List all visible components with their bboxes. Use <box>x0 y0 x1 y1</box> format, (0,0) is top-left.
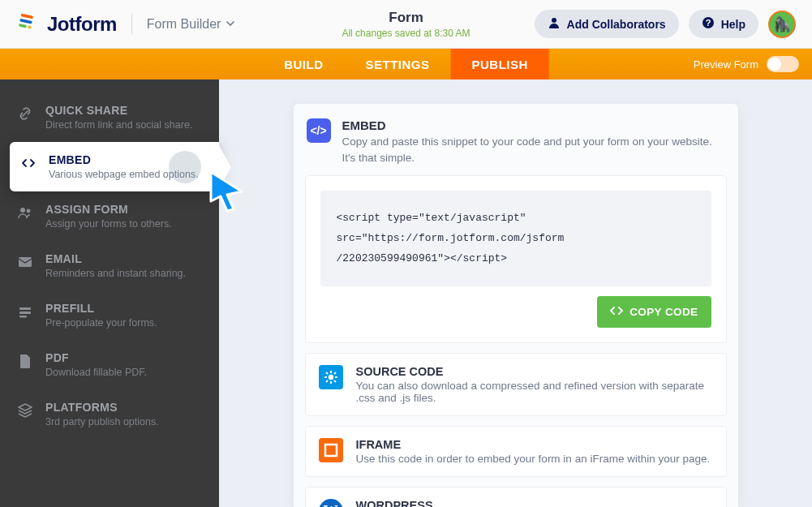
svg-rect-11 <box>19 312 31 314</box>
embed-code[interactable]: <script type="text/javascript" src="http… <box>320 191 711 286</box>
svg-rect-10 <box>19 307 31 310</box>
option-title: WORDPRESS <box>356 499 672 507</box>
toggle-knob <box>768 58 781 71</box>
form-title[interactable]: Form <box>342 10 470 26</box>
tab-publish[interactable]: PUBLISH <box>451 49 549 79</box>
sidebar-item-quick-share[interactable]: QUICK SHAREDirect form link and social s… <box>0 92 219 142</box>
top-bar: Jotform Form Builder Form All changes sa… <box>0 0 812 49</box>
option-source-code[interactable]: SOURCE CODEYou can also download a compr… <box>305 353 727 416</box>
link-icon <box>16 105 34 122</box>
svg-rect-2 <box>19 24 27 28</box>
sidebar-item-pdf[interactable]: PDFDownload fillable PDF. <box>0 340 219 389</box>
mail-icon <box>16 254 34 270</box>
sidebar-item-prefill[interactable]: PREFILLPre-populate your forms. <box>0 290 219 340</box>
sidebar-item-sub: 3rd party publish options. <box>45 416 159 428</box>
sidebar-item-assign-form[interactable]: ASSIGN FORMAssign your forms to others. <box>0 191 219 241</box>
option-sub: Use this code in order to embed your for… <box>356 453 711 465</box>
sidebar-item-title: QUICK SHARE <box>45 104 192 117</box>
code-icon: </> <box>307 118 331 143</box>
sidebar-item-title: PDF <box>45 351 147 364</box>
top-actions: Add Collaborators ? Help 🦍 <box>535 10 796 38</box>
sidebar-item-title: PLATFORMS <box>45 401 159 414</box>
svg-line-20 <box>334 372 336 374</box>
copy-code-button[interactable]: COPY CODE <box>597 296 711 328</box>
svg-text:?: ? <box>705 18 711 28</box>
canvas: </> EMBED Copy and paste this snippet to… <box>219 79 812 507</box>
preview-form[interactable]: Preview Form <box>694 49 812 79</box>
tabs-row: BUILD SETTINGS PUBLISH Preview Form <box>0 49 812 79</box>
svg-rect-0 <box>20 13 33 19</box>
sidebar-item-title: PREFILL <box>45 302 157 315</box>
sidebar-item-email[interactable]: EMAILReminders and instant sharing. <box>0 241 219 290</box>
form-title-block: Form All changes saved at 8:30 AM <box>342 10 470 39</box>
option-title: SOURCE CODE <box>356 365 713 378</box>
frame-icon <box>319 438 343 462</box>
svg-line-18 <box>326 372 328 374</box>
sidebar-item-platforms[interactable]: PLATFORMS3rd party publish options. <box>0 389 219 439</box>
sidebar-item-sub: Assign your forms to others. <box>45 218 172 230</box>
copy-label: COPY CODE <box>629 306 698 318</box>
sidebar-item-title: EMBED <box>49 153 199 166</box>
logo[interactable]: Jotform <box>16 11 117 38</box>
collab-label: Add Collaborators <box>567 18 666 31</box>
help-icon: ? <box>702 16 715 32</box>
svg-point-13 <box>328 375 333 380</box>
svg-rect-1 <box>19 18 32 24</box>
option-iframe[interactable]: IFRAMEUse this code in order to embed yo… <box>305 426 727 477</box>
add-collaborators-button[interactable]: Add Collaborators <box>535 10 679 38</box>
embed-code-card: <script type="text/javascript" src="http… <box>305 175 727 343</box>
tab-settings[interactable]: SETTINGS <box>344 49 450 79</box>
embed-header: </> EMBED Copy and paste this snippet to… <box>305 115 727 175</box>
option-title: IFRAME <box>356 438 711 451</box>
svg-rect-22 <box>325 445 337 456</box>
divider <box>131 14 132 35</box>
save-status: All changes saved at 8:30 AM <box>342 28 470 39</box>
svg-point-7 <box>20 208 25 213</box>
tab-build[interactable]: BUILD <box>263 49 344 79</box>
logo-icon <box>16 11 39 38</box>
brand-name: Jotform <box>47 13 117 36</box>
svg-line-21 <box>326 380 328 382</box>
svg-rect-12 <box>19 316 27 318</box>
svg-rect-3 <box>28 25 32 28</box>
sidebar-item-sub: Various webpage embed options. <box>49 169 199 180</box>
help-button[interactable]: ? Help <box>689 10 758 38</box>
svg-line-19 <box>334 380 336 382</box>
svg-point-8 <box>27 209 31 213</box>
embed-panel: </> EMBED Copy and paste this snippet to… <box>294 104 738 507</box>
chevron-down-icon <box>226 17 235 32</box>
sidebar-item-sub: Pre-populate your forms. <box>45 317 157 329</box>
help-label: Help <box>721 18 745 31</box>
svg-point-4 <box>552 18 556 23</box>
prefill-icon <box>16 303 34 320</box>
sidebar-item-sub: Download fillable PDF. <box>45 367 147 378</box>
workspace: QUICK SHAREDirect form link and social s… <box>0 79 812 507</box>
layers-icon <box>16 402 34 419</box>
sidebar-item-title: ASSIGN FORM <box>45 203 172 216</box>
person-icon <box>548 16 561 32</box>
pdf-icon <box>16 353 34 369</box>
svg-rect-9 <box>19 257 32 267</box>
sidebar-item-title: EMAIL <box>45 252 186 265</box>
sidebar-item-sub: Reminders and instant sharing. <box>45 268 186 279</box>
builder-selector[interactable]: Form Builder <box>147 17 236 32</box>
preview-toggle[interactable] <box>767 56 799 72</box>
gear-icon <box>319 365 343 389</box>
sidebar-item-embed[interactable]: EMBEDVarious webpage embed options. <box>10 142 219 191</box>
wordpress-icon: W <box>319 499 343 507</box>
code-icon <box>610 304 623 320</box>
sidebar: QUICK SHAREDirect form link and social s… <box>0 79 219 507</box>
builder-label: Form Builder <box>147 17 221 32</box>
tabs: BUILD SETTINGS PUBLISH <box>263 49 549 79</box>
sidebar-item-sub: Direct form link and social share. <box>45 119 192 131</box>
avatar[interactable]: 🦍 <box>768 11 796 38</box>
embed-desc: Copy and paste this snippet to your code… <box>342 134 725 165</box>
option-wordpress[interactable]: W WORDPRESSUse our free plugin to embed … <box>305 487 727 507</box>
people-icon <box>16 204 34 221</box>
preview-label: Preview Form <box>694 58 758 71</box>
embed-title: EMBED <box>342 118 725 132</box>
option-sub: You can also download a compressed and r… <box>356 380 713 404</box>
code-icon <box>19 155 37 171</box>
